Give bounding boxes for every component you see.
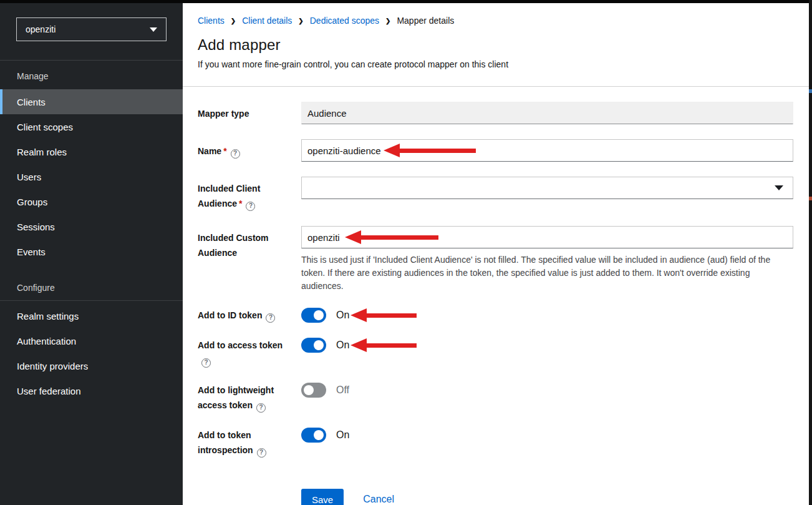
sidebar-item-events[interactable]: Events <box>0 239 183 264</box>
sidebar-item-realm-roles[interactable]: Realm roles <box>0 139 183 164</box>
cancel-link[interactable]: Cancel <box>363 494 394 505</box>
add-to-id-token-toggle[interactable] <box>301 308 326 323</box>
save-button[interactable]: Save <box>301 489 344 505</box>
add-to-lightweight-access-token-label: Add to lightweight access token <box>198 383 288 413</box>
page-title: Add mapper <box>198 36 794 54</box>
form-row-mapper-type: Mapper type <box>198 102 793 124</box>
help-icon[interactable] <box>256 403 266 413</box>
breadcrumb-link-client-details[interactable]: Client details <box>242 16 292 26</box>
label-text: Mapper type <box>198 109 249 119</box>
sidebar-item-label: Users <box>17 172 41 182</box>
help-icon[interactable] <box>257 448 266 458</box>
help-icon[interactable] <box>246 202 255 211</box>
form-row-name: Name* <box>198 139 793 162</box>
sidebar: openziti Manage Clients Client scopes Re… <box>0 0 183 505</box>
masthead-strip <box>0 0 812 3</box>
label-text: Add to ID token <box>198 310 262 320</box>
toggle-state-label: On <box>336 428 349 443</box>
add-to-lightweight-access-token-toggle[interactable] <box>301 383 326 398</box>
chevron-down-icon <box>150 27 157 32</box>
form-row-add-to-token-introspection: Add to token introspection On <box>198 428 793 458</box>
sidebar-item-label: Sessions <box>17 222 55 232</box>
add-to-access-token-toggle[interactable] <box>301 338 326 353</box>
realm-selector-value: openziti <box>26 24 56 34</box>
add-to-token-introspection-field: On <box>301 428 793 443</box>
sidebar-item-label: Realm roles <box>17 147 67 157</box>
form-row-actions: Save Cancel <box>198 473 793 505</box>
realm-selector-block: openziti <box>0 0 183 61</box>
name-field-wrap <box>301 139 793 162</box>
form-actions: Save Cancel <box>301 489 793 505</box>
red-arrow-left-icon <box>350 308 367 322</box>
sidebar-item-label: Identity providers <box>17 361 88 371</box>
label-text: Add to access token <box>198 340 283 350</box>
mapper-type-input <box>301 102 793 124</box>
toggle-state-label: On <box>336 308 349 323</box>
angle-right-icon: ❯ <box>385 17 390 24</box>
included-custom-audience-input[interactable] <box>301 226 793 248</box>
required-marker: * <box>223 146 226 156</box>
name-label: Name* <box>198 139 288 159</box>
sidebar-item-identity-providers[interactable]: Identity providers <box>0 353 183 378</box>
chevron-down-icon <box>775 185 783 190</box>
sidebar-item-clients[interactable]: Clients <box>0 89 183 114</box>
angle-right-icon: ❯ <box>298 17 303 24</box>
sidebar-item-groups[interactable]: Groups <box>0 189 183 214</box>
sidebar-item-label: Events <box>17 247 46 257</box>
add-to-access-token-field: On <box>301 338 793 353</box>
help-icon[interactable] <box>266 313 275 323</box>
sidebar-item-label: Authentication <box>17 336 76 346</box>
breadcrumb-link-dedicated-scopes[interactable]: Dedicated scopes <box>310 16 379 26</box>
included-custom-audience-label: Included Custom Audience <box>198 226 288 260</box>
scrollbar-marker-blue <box>809 89 812 93</box>
annotation-arrow-access-token <box>350 338 417 353</box>
realm-selector[interactable]: openziti <box>16 17 167 41</box>
form-row-included-client-audience: Included Client Audience* <box>198 177 793 211</box>
label-text: Included Custom Audience <box>198 233 269 258</box>
sidebar-item-realm-settings[interactable]: Realm settings <box>0 303 183 328</box>
app-window: openziti Manage Clients Client scopes Re… <box>0 0 812 505</box>
scrollbar-marker-red <box>809 197 812 200</box>
sidebar-item-user-federation[interactable]: User federation <box>0 378 183 403</box>
included-custom-audience-field: This is used just if 'Included Client Au… <box>301 226 793 293</box>
sidebar-item-label: Realm settings <box>17 311 79 321</box>
add-to-lightweight-access-token-field: Off <box>301 383 793 398</box>
add-to-id-token-field: On <box>301 308 793 323</box>
form-row-add-to-access-token: Add to access token On <box>198 338 793 368</box>
toggle-state-label: On <box>336 338 349 353</box>
breadcrumb-current: Mapper details <box>397 16 454 26</box>
sidebar-item-label: Clients <box>17 97 46 107</box>
add-to-token-introspection-toggle[interactable] <box>301 428 326 443</box>
required-marker: * <box>239 199 242 208</box>
included-client-audience-label: Included Client Audience* <box>198 177 288 211</box>
sidebar-item-client-scopes[interactable]: Client scopes <box>0 114 183 139</box>
annotation-arrow-id-token <box>350 308 417 323</box>
nav-list-configure: Realm settings Authentication Identity p… <box>0 303 183 403</box>
nav-divider <box>0 300 183 301</box>
sidebar-item-sessions[interactable]: Sessions <box>0 214 183 239</box>
sidebar-item-label: User federation <box>17 386 81 396</box>
name-input[interactable] <box>301 139 793 162</box>
breadcrumb-link-clients[interactable]: Clients <box>198 16 225 26</box>
red-arrow-left-icon <box>350 338 367 352</box>
toggle-state-label: Off <box>336 383 349 398</box>
nav-section-configure: Configure <box>0 283 183 300</box>
sidebar-item-label: Client scopes <box>17 122 73 132</box>
nav-section-manage: Manage <box>0 61 183 87</box>
nav-list-manage: Clients Client scopes Realm roles Users … <box>0 89 183 264</box>
page-subtitle: If you want more fine-grain control, you… <box>198 59 794 69</box>
nav-group-configure: Configure Realm settings Authentication … <box>0 283 183 403</box>
label-text: Name <box>198 146 221 156</box>
included-client-audience-select[interactable] <box>301 177 793 199</box>
sidebar-item-label: Groups <box>17 197 47 207</box>
form-row-add-to-id-token: Add to ID token On <box>198 308 793 323</box>
form-row-add-to-lightweight-access-token: Add to lightweight access token Off <box>198 383 793 413</box>
sidebar-item-users[interactable]: Users <box>0 164 183 189</box>
sidebar-item-authentication[interactable]: Authentication <box>0 328 183 353</box>
breadcrumb: Clients ❯ Client details ❯ Dedicated sco… <box>198 16 794 26</box>
help-icon[interactable] <box>201 358 211 368</box>
included-custom-audience-helper: This is used just if 'Included Client Au… <box>301 253 793 293</box>
help-icon[interactable] <box>231 149 240 159</box>
scrollbar[interactable] <box>809 0 812 505</box>
mapper-type-label: Mapper type <box>198 102 288 121</box>
